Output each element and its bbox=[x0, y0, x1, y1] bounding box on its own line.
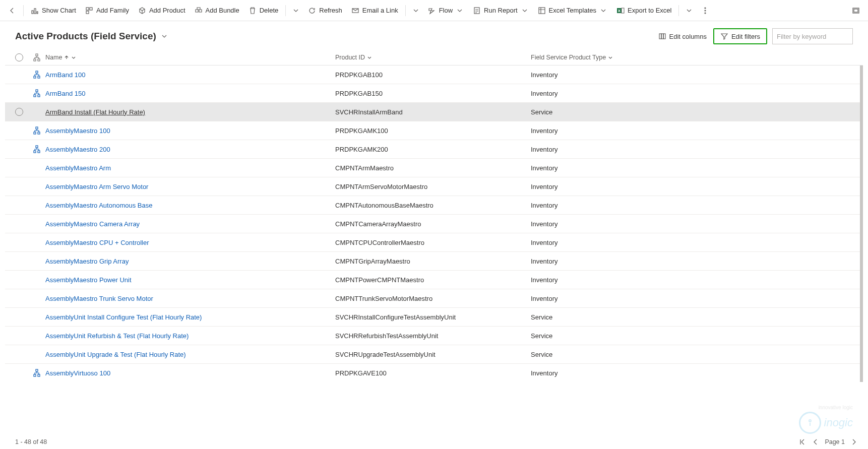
table-row[interactable]: AssemblyMaestro 200PRDPKGAMK200Inventory bbox=[5, 140, 860, 159]
svg-rect-29 bbox=[36, 127, 38, 129]
table-row[interactable]: AssemblyMaestro Autonomous BaseCMPNTAuto… bbox=[5, 196, 860, 215]
svg-rect-20 bbox=[36, 54, 38, 56]
show-chart-button[interactable]: Show Chart bbox=[27, 3, 80, 19]
svg-rect-33 bbox=[34, 151, 36, 153]
add-family-button[interactable]: Add Family bbox=[81, 3, 133, 19]
more-vertical-icon bbox=[701, 7, 709, 15]
record-link[interactable]: AssemblyMaestro Arm bbox=[45, 164, 111, 172]
overflow-button[interactable] bbox=[697, 3, 713, 19]
record-link[interactable]: ArmBand 150 bbox=[45, 90, 86, 97]
table-row[interactable]: AssemblyMaestro Camera ArrayCMPNTCameraA… bbox=[5, 215, 860, 233]
record-link[interactable]: ArmBand 100 bbox=[45, 71, 86, 79]
filter-input[interactable] bbox=[772, 28, 853, 44]
add-product-button[interactable]: Add Product bbox=[134, 3, 190, 19]
record-link[interactable]: AssemblyUnit Install Configure Test (Fla… bbox=[45, 313, 202, 321]
svg-rect-8 bbox=[539, 8, 545, 14]
cell-product-type: Inventory bbox=[531, 369, 860, 377]
page-prev-icon[interactable] bbox=[812, 438, 820, 446]
refresh-button[interactable]: Refresh bbox=[304, 3, 346, 19]
report-icon bbox=[473, 7, 481, 15]
record-link[interactable]: AssemblyMaestro 100 bbox=[45, 127, 110, 135]
flow-button[interactable]: Flow bbox=[424, 3, 468, 19]
data-grid: Name Product ID Field Service Product Ty… bbox=[0, 49, 868, 382]
delete-button[interactable]: Delete bbox=[244, 3, 283, 19]
record-link[interactable]: AssemblyUnit Refurbish & Test (Flat Hour… bbox=[45, 332, 189, 340]
export-more-button[interactable] bbox=[682, 3, 696, 19]
column-header-name[interactable]: Name bbox=[45, 54, 335, 61]
label: Export to Excel bbox=[628, 7, 671, 14]
table-row[interactable]: AssemblyVirtuoso 100PRDPKGAVE100Inventor… bbox=[5, 364, 860, 382]
svg-rect-26 bbox=[36, 90, 38, 92]
email-more-button[interactable] bbox=[409, 3, 423, 19]
table-row[interactable]: AssemblyMaestro CPU + ControllerCMPNTCPU… bbox=[5, 233, 860, 252]
svg-rect-34 bbox=[38, 151, 40, 153]
svg-rect-31 bbox=[38, 132, 40, 134]
page-first-icon[interactable] bbox=[798, 438, 807, 446]
table-row[interactable]: ArmBand Install (Flat Hourly Rate)SVCHRI… bbox=[5, 103, 860, 121]
table-row[interactable]: AssemblyMaestro ArmCMPNTArmMaestroInvent… bbox=[5, 159, 860, 177]
chevron-down-icon bbox=[456, 7, 464, 15]
table-row[interactable]: AssemblyMaestro Grip ArrayCMPNTGripArray… bbox=[5, 252, 860, 271]
label: Product ID bbox=[335, 54, 365, 61]
hierarchy-header[interactable] bbox=[28, 53, 45, 61]
table-row[interactable]: AssemblyUnit Install Configure Test (Fla… bbox=[5, 308, 860, 327]
label: Add Family bbox=[96, 7, 129, 14]
record-link[interactable]: AssemblyMaestro Power Unit bbox=[45, 276, 132, 284]
svg-rect-2 bbox=[37, 12, 38, 14]
record-link[interactable]: AssemblyMaestro Trunk Servo Motor bbox=[45, 295, 153, 302]
view-selector[interactable]: Active Products (Field Service) bbox=[15, 31, 168, 42]
record-link[interactable]: AssemblyMaestro CPU + Controller bbox=[45, 239, 149, 246]
record-link[interactable]: AssemblyVirtuoso 100 bbox=[45, 369, 110, 377]
edit-filters-button[interactable]: Edit filters bbox=[713, 28, 767, 44]
excel-templates-button[interactable]: Excel Templates bbox=[534, 3, 611, 19]
add-bundle-button[interactable]: Add Bundle bbox=[191, 3, 243, 19]
table-row[interactable]: ArmBand 100PRDPKGAB100Inventory bbox=[5, 66, 860, 84]
back-button[interactable] bbox=[4, 3, 20, 19]
record-link[interactable]: AssemblyMaestro 200 bbox=[45, 146, 110, 153]
cell-product-type: Inventory bbox=[531, 276, 860, 284]
svg-rect-36 bbox=[34, 374, 36, 376]
table-row[interactable]: AssemblyMaestro Power UnitCMPNTPowerCMPN… bbox=[5, 271, 860, 289]
table-row[interactable]: AssemblyMaestro Arm Servo MotorCMPNTArmS… bbox=[5, 177, 860, 196]
record-link[interactable]: AssemblyMaestro Grip Array bbox=[45, 258, 129, 265]
column-header-product-id[interactable]: Product ID bbox=[335, 54, 531, 61]
export-excel-button[interactable]: X Export to Excel bbox=[612, 3, 675, 19]
cell-product-type: Inventory bbox=[531, 90, 860, 97]
table-row[interactable]: AssemblyMaestro 100PRDPKGAMK100Inventory bbox=[5, 121, 860, 140]
row-hierarchy[interactable] bbox=[28, 145, 45, 153]
record-link[interactable]: ArmBand Install (Flat Hourly Rate) bbox=[45, 108, 145, 116]
cell-product-id: SVCHRInstallArmBand bbox=[335, 108, 531, 116]
delete-more-button[interactable] bbox=[289, 3, 303, 19]
row-hierarchy[interactable] bbox=[28, 89, 45, 97]
email-link-button[interactable]: Email a Link bbox=[347, 3, 402, 19]
row-hierarchy[interactable] bbox=[28, 369, 45, 377]
grid-body[interactable]: ArmBand 100PRDPKGAB100InventoryArmBand 1… bbox=[5, 66, 863, 382]
divider bbox=[285, 5, 286, 16]
table-row[interactable]: AssemblyUnit Refurbish & Test (Flat Hour… bbox=[5, 327, 860, 345]
record-link[interactable]: AssemblyMaestro Arm Servo Motor bbox=[45, 183, 148, 190]
divider bbox=[23, 5, 24, 16]
cell-product-id: PRDPKGAMK100 bbox=[335, 127, 531, 135]
edit-columns-button[interactable]: Edit columns bbox=[652, 29, 713, 44]
table-row[interactable]: AssemblyMaestro Trunk Servo MotorCMPNTTr… bbox=[5, 289, 860, 308]
record-link[interactable]: AssemblyMaestro Camera Array bbox=[45, 220, 140, 228]
column-header-product-type[interactable]: Field Service Product Type bbox=[531, 54, 863, 61]
record-link[interactable]: AssemblyUnit Upgrade & Test (Flat Hourly… bbox=[45, 351, 186, 358]
run-report-button[interactable]: Run Report bbox=[469, 3, 532, 19]
share-button[interactable] bbox=[848, 3, 864, 19]
table-row[interactable]: ArmBand 150PRDPKGAB150Inventory bbox=[5, 84, 860, 103]
row-hierarchy[interactable] bbox=[28, 126, 45, 135]
row-hierarchy[interactable] bbox=[28, 71, 45, 79]
command-bar: Show Chart Add Family Add Product Add Bu… bbox=[0, 0, 868, 21]
row-selector[interactable] bbox=[10, 108, 28, 116]
product-icon bbox=[138, 7, 146, 15]
page-next-icon[interactable] bbox=[850, 438, 858, 446]
cell-product-id: PRDPKGAB100 bbox=[335, 71, 531, 79]
cell-product-id: CMPNTCPUControllerMaestro bbox=[335, 239, 531, 246]
svg-rect-16 bbox=[854, 9, 858, 12]
cell-product-id: SVCHRUpgradeTestAssemblyUnit bbox=[335, 351, 531, 358]
record-link[interactable]: AssemblyMaestro Autonomous Base bbox=[45, 202, 152, 209]
table-row[interactable]: AssemblyUnit Upgrade & Test (Flat Hourly… bbox=[5, 345, 860, 364]
excel-icon: X bbox=[616, 7, 625, 15]
select-all-header[interactable] bbox=[10, 53, 28, 61]
